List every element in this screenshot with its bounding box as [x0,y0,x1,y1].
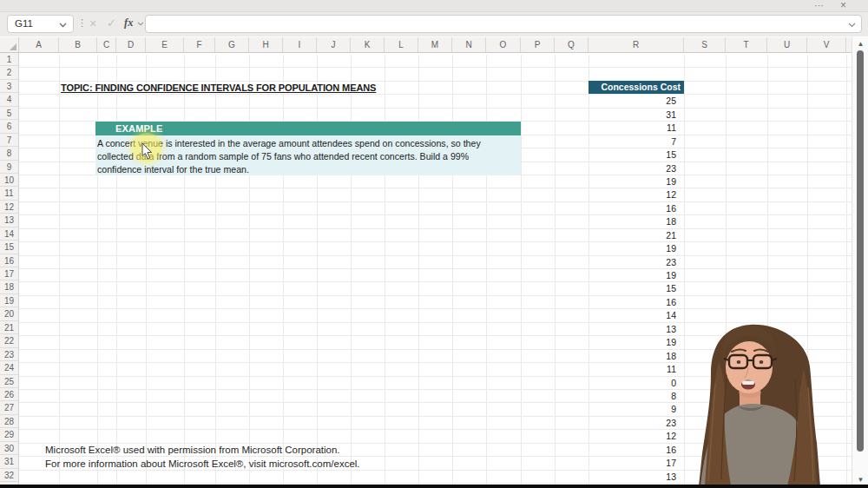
row-header-23[interactable]: 23 [0,348,18,361]
column-header-F[interactable]: F [184,37,215,52]
row-header-29[interactable]: 29 [0,428,18,441]
grid-vline [184,55,185,488]
grid-vline [452,55,453,488]
grid-vline [97,55,98,488]
column-header-A[interactable]: A [19,37,59,52]
row-header-20[interactable]: 20 [0,307,18,320]
column-header-Q[interactable]: Q [555,37,589,52]
insert-function-icon[interactable]: fx [124,16,133,30]
enter-check-icon[interactable]: ✓ [107,16,116,30]
grid-vline [351,55,352,488]
fx-chevron-down-icon[interactable] [137,22,144,29]
formula-bar-expand-icon[interactable] [848,23,855,30]
row-header-7[interactable]: 7 [0,134,18,147]
column-header-P[interactable]: P [521,37,555,52]
row-header-9[interactable]: 9 [0,161,18,174]
row-header-6[interactable]: 6 [0,120,18,133]
row-header-16[interactable]: 16 [0,254,18,267]
row-header-13[interactable]: 13 [0,214,18,227]
scrollbar-thumb[interactable] [857,50,864,452]
row-header-3[interactable]: 3 [0,80,18,93]
row-header-5[interactable]: 5 [0,107,18,120]
column-header-L[interactable]: L [385,37,418,52]
row-header-26[interactable]: 26 [0,388,18,401]
grid-vline [249,55,250,488]
row-header-12[interactable]: 12 [0,201,18,214]
row-header-30[interactable]: 30 [0,442,18,455]
toolbar-drag-handle-icon: ⋮ [77,17,87,29]
grid-vline [486,55,487,488]
row-header-18[interactable]: 18 [0,280,18,293]
column-header-H[interactable]: H [249,37,283,52]
column-header-I[interactable]: I [283,37,317,52]
row-header-1[interactable]: 1 [0,53,18,66]
grid-vline [846,55,847,488]
grid-vline [116,55,117,488]
formula-toolbar: G11 ⋮ × ✓ fx [0,12,868,37]
row-header-8[interactable]: 8 [0,147,18,160]
grid-vline [215,55,216,488]
row-header-28[interactable]: 28 [0,415,18,428]
row-header-22[interactable]: 22 [0,334,18,347]
row-header-4[interactable]: 4 [0,93,18,106]
column-header-C[interactable]: C [97,37,116,52]
select-all-corner[interactable] [0,37,19,52]
row-header-15[interactable]: 15 [0,241,18,254]
column-header-E[interactable]: E [146,37,184,52]
row-header-11[interactable]: 11 [0,187,18,200]
vertical-scrollbar[interactable]: ▲ ▼ [852,37,868,488]
row-header-31[interactable]: 31 [0,455,18,468]
column-header-D[interactable]: D [116,37,146,52]
select-all-triangle-icon [10,43,16,50]
presenter-video-overlay [684,323,835,486]
column-header-row: ABCDEFGHIJKLMNOPQRSTUV [0,37,852,53]
row-header-17[interactable]: 17 [0,267,18,280]
row-header-column: 1234567891011121314151617181920212223242… [0,53,19,488]
row-header-27[interactable]: 27 [0,401,18,414]
column-header-T[interactable]: T [726,37,767,52]
column-header-V[interactable]: V [807,37,846,52]
formula-bar-input[interactable] [145,15,862,33]
video-letterbox-strip [0,485,868,488]
column-header-B[interactable]: B [59,37,97,52]
column-header-J[interactable]: J [317,37,351,52]
cancel-icon[interactable]: × [89,16,96,30]
row-header-19[interactable]: 19 [0,294,18,307]
column-header-S[interactable]: S [684,37,726,52]
chevron-down-icon[interactable] [59,23,66,30]
row-header-21[interactable]: 21 [0,321,18,334]
grid-vline [418,55,419,488]
name-box[interactable]: G11 [7,15,74,33]
column-header-R[interactable]: R [589,37,684,52]
column-header-G[interactable]: G [215,37,249,52]
row-header-24[interactable]: 24 [0,361,18,374]
scroll-up-icon[interactable]: ▲ [852,40,868,48]
grid-vline [521,55,522,488]
grid-vline [59,55,60,488]
column-header-O[interactable]: O [486,37,521,52]
grid-vline [146,55,147,488]
column-header-M[interactable]: M [418,37,452,52]
more-options-icon[interactable]: ··· [814,0,824,11]
row-header-32[interactable]: 32 [0,469,18,482]
column-header-K[interactable]: K [351,37,385,52]
window-titlebar: ··· × [0,0,868,12]
scroll-down-icon[interactable]: ▼ [852,476,868,484]
grid-vline [283,55,284,488]
name-box-value: G11 [15,18,33,29]
grid-vline [317,55,318,488]
column-header-U[interactable]: U [767,37,807,52]
row-header-2[interactable]: 2 [0,66,18,79]
grid-vline [555,55,556,488]
row-header-25[interactable]: 25 [0,375,18,388]
grid-vline [385,55,385,488]
row-header-14[interactable]: 14 [0,228,18,241]
close-icon[interactable]: × [840,0,846,11]
column-header-N[interactable]: N [452,37,486,52]
row-header-10[interactable]: 10 [0,174,18,187]
grid-vline [589,55,589,488]
